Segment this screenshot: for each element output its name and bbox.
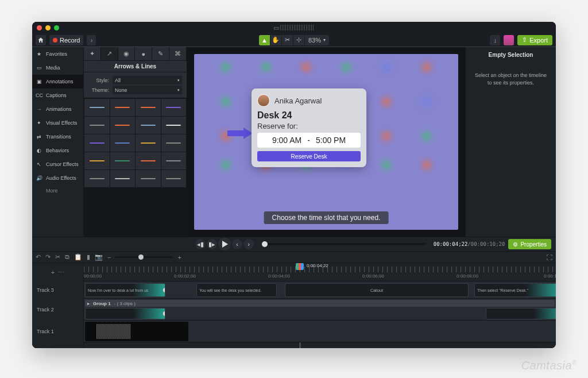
cut-button[interactable]: ✂: [55, 253, 60, 261]
arrow-preset[interactable]: [161, 99, 187, 116]
pointer-tool[interactable]: ▲: [259, 35, 270, 45]
timeline: ↶ ↷ ✂ ⧉ 📋 ▮ 📷 − + ⛶ + ⋯ Track 3 Track 2 …: [32, 252, 556, 348]
sidebar-item-audio-effects[interactable]: 🔊Audio Effects: [32, 171, 83, 185]
arrow-preset[interactable]: [161, 152, 187, 169]
captions-icon: CC: [36, 92, 42, 98]
video-clip[interactable]: [85, 322, 188, 341]
clip[interactable]: You will see the desk you selected.: [196, 283, 277, 297]
fullscreen-window-icon[interactable]: [54, 25, 59, 30]
arrow-preset[interactable]: [161, 170, 187, 187]
download-button[interactable]: ↓: [490, 35, 500, 45]
undo-button[interactable]: ↶: [36, 253, 41, 261]
playhead-marker[interactable]: [296, 263, 304, 270]
paste-button[interactable]: 📋: [74, 253, 82, 261]
arrow-preset[interactable]: [110, 99, 136, 116]
arrow-preset[interactable]: [84, 134, 110, 152]
sidebar-item-transitions[interactable]: ⇄Transitions: [32, 130, 83, 144]
track-options-button[interactable]: ⋯: [58, 269, 64, 276]
record-button[interactable]: Record: [49, 35, 83, 45]
group-header[interactable]: ▸ Group 1 - ( 3 clips ): [85, 300, 555, 307]
arrow-preset[interactable]: [84, 99, 110, 116]
timeline-zoom-slider[interactable]: [115, 256, 173, 258]
clip[interactable]: [486, 308, 556, 319]
arrow-preset[interactable]: [84, 170, 110, 187]
style-select[interactable]: All▾: [113, 76, 182, 84]
sidebar-item-favorites[interactable]: ★Favorites: [32, 47, 83, 61]
track-header-2[interactable]: Track 2: [32, 299, 83, 321]
timeline-tracks-area[interactable]: 0:00:00;00 0:00:02;00 0:00:04;00 0:00:06…: [84, 263, 556, 348]
audio-effects-icon: 🔊: [36, 175, 42, 181]
add-track-button[interactable]: +: [51, 269, 55, 276]
zoom-level[interactable]: 83%▾: [305, 37, 329, 44]
sidebar-item-animations[interactable]: →Animations: [32, 102, 83, 116]
zoom-out-icon[interactable]: −: [107, 254, 111, 261]
arrow-preset[interactable]: [136, 99, 161, 116]
expand-timeline-button[interactable]: ⛶: [546, 254, 552, 261]
redo-button[interactable]: ↷: [45, 253, 51, 261]
arrow-preset[interactable]: [84, 152, 110, 169]
sidebar-item-captions[interactable]: CCCaptions: [32, 88, 83, 102]
minimize-window-icon[interactable]: [45, 25, 51, 30]
sidebar-item-cursor-effects[interactable]: ↖Cursor Effects: [32, 157, 83, 171]
tab-shapes[interactable]: ◉: [118, 47, 136, 60]
arrow-preset[interactable]: [136, 134, 161, 152]
clip[interactable]: Now I'm over to desk a lot from us: [85, 283, 165, 297]
track-1[interactable]: [84, 321, 556, 342]
clip[interactable]: Callout: [285, 283, 469, 297]
track-header-1[interactable]: Track 1: [32, 321, 83, 342]
pan-tool[interactable]: ⊹: [293, 35, 305, 45]
skip-back-button[interactable]: ◂▮: [195, 239, 206, 249]
snapshot-button[interactable]: 📷: [95, 253, 103, 261]
sidebar-item-behaviors[interactable]: ◐Behaviors: [32, 144, 83, 157]
tab-sketch[interactable]: ✎: [152, 47, 169, 60]
track-3[interactable]: Now I'm over to desk a lot from us You w…: [84, 281, 556, 299]
copy-button[interactable]: ⧉: [65, 253, 69, 261]
arrow-preset[interactable]: [161, 134, 187, 152]
scrubber[interactable]: [262, 243, 425, 245]
tab-callouts[interactable]: ✦: [84, 47, 101, 60]
arrow-preset[interactable]: [84, 117, 110, 134]
scrubber-handle[interactable]: [262, 241, 268, 247]
prev-frame-button[interactable]: ‹: [232, 239, 242, 249]
export-button[interactable]: ⇧ Export: [517, 35, 552, 45]
caption-text: Choose the time slot that you need.: [264, 211, 389, 224]
sidebar-item-media[interactable]: ▭Media: [32, 61, 83, 75]
clip[interactable]: [85, 308, 165, 319]
arrow-preset[interactable]: [136, 117, 161, 134]
clip[interactable]: Then select "Reserve Desk.": [474, 283, 556, 297]
crop-tool[interactable]: ✂: [282, 35, 293, 45]
tab-arrows[interactable]: ↗: [101, 47, 118, 60]
arrow-preset[interactable]: [161, 117, 187, 134]
user-icon[interactable]: [504, 35, 514, 45]
close-window-icon[interactable]: [37, 25, 42, 30]
record-options-chevron[interactable]: ›: [87, 35, 96, 45]
arrow-preset[interactable]: [136, 170, 161, 187]
next-frame-button[interactable]: ›: [243, 239, 254, 249]
arrow-preset[interactable]: [110, 170, 136, 187]
skip-forward-button[interactable]: ▮▸: [207, 239, 217, 249]
gear-icon: ⚙: [513, 241, 518, 248]
timeline-ruler[interactable]: 0:00:00;00 0:00:02;00 0:00:04;00 0:00:06…: [84, 263, 556, 281]
arrow-preset[interactable]: [136, 152, 161, 169]
sidebar-item-visual-effects[interactable]: ✦Visual Effects: [32, 116, 83, 130]
arrow-preset[interactable]: [110, 117, 136, 134]
group-chevron-icon[interactable]: ▸: [87, 301, 90, 306]
arrow-preset[interactable]: [110, 134, 136, 152]
sidebar-more[interactable]: More: [32, 185, 83, 196]
sidebar-item-annotations[interactable]: ▣Annotations: [32, 75, 83, 88]
properties-button[interactable]: ⚙ Properties: [508, 239, 551, 249]
annotations-icon: ▣: [36, 79, 42, 84]
arrow-preset[interactable]: [110, 152, 136, 169]
behaviors-icon: ◐: [36, 148, 42, 153]
theme-select[interactable]: None▾: [113, 86, 182, 94]
hand-tool[interactable]: ✋: [270, 35, 282, 45]
home-button[interactable]: [36, 35, 46, 45]
play-button[interactable]: [218, 238, 231, 250]
track-2[interactable]: ▸ Group 1 - ( 3 clips ): [84, 299, 556, 321]
track-header-3[interactable]: Track 3: [32, 281, 83, 299]
split-button[interactable]: ▮: [87, 253, 90, 261]
tab-blur[interactable]: ●: [135, 47, 152, 60]
tab-keystroke[interactable]: ⌘: [169, 47, 187, 60]
canvas[interactable]: Anika Agarwal Desk 24 Reserve for: 9:00 …: [194, 54, 458, 230]
zoom-in-icon[interactable]: +: [177, 254, 181, 261]
